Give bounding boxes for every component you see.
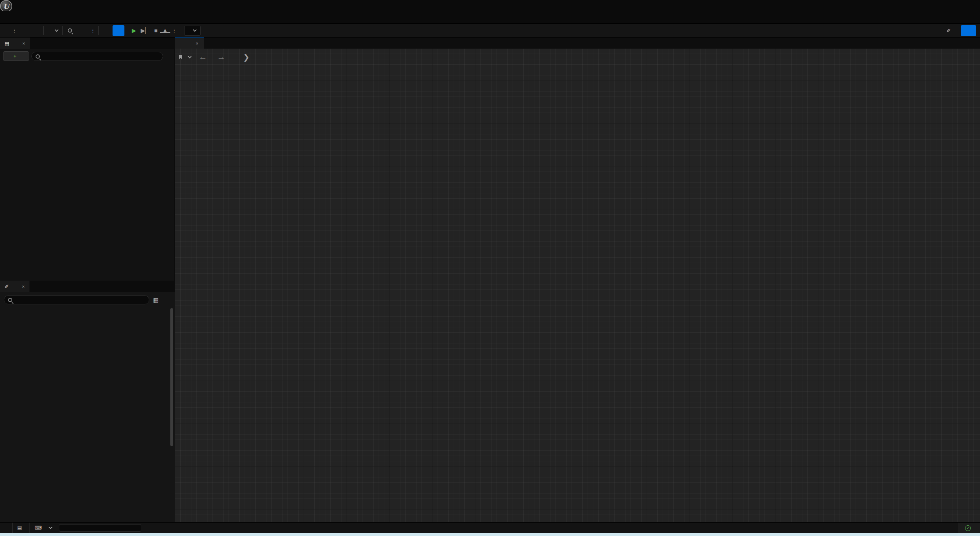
search-input[interactable] — [43, 54, 159, 59]
hide-unrelated-button[interactable] — [78, 24, 89, 38]
save-button[interactable] — [21, 24, 32, 38]
designer-mode-button[interactable]: ✐ — [943, 28, 957, 34]
step-button[interactable]: ▶▏ — [139, 27, 152, 34]
menu-bar: U — [0, 0, 980, 11]
taskbar-strip — [0, 533, 980, 536]
toolbar: ⋮ ⋮ — [0, 24, 980, 38]
wire-layer — [175, 38, 980, 522]
play-button[interactable]: ▶ — [129, 27, 139, 34]
status-bar: ▤ ⌨ ✓ — [0, 522, 980, 533]
source-control-button[interactable]: ✓ — [959, 523, 980, 533]
cmd-button[interactable]: ⌨ — [30, 523, 56, 533]
details-search-input[interactable] — [15, 297, 145, 303]
plus-icon: + — [13, 53, 16, 59]
find-button[interactable] — [64, 24, 78, 38]
my-blueprint-tabstrip: ▤ × — [0, 38, 175, 49]
details-search[interactable] — [4, 295, 149, 304]
details-tabstrip: ✐ × — [0, 281, 175, 292]
compile-options-button[interactable]: ⋮ — [10, 28, 19, 33]
parent-class — [972, 13, 975, 19]
asset-tab-bar — [0, 11, 980, 24]
console-icon: ⌨ — [34, 525, 42, 531]
details-tab[interactable]: ✐ × — [0, 281, 29, 292]
debug-object-selector[interactable] — [184, 26, 201, 36]
browse-button[interactable] — [32, 24, 42, 38]
class-defaults-button[interactable] — [113, 25, 124, 36]
add-button[interactable]: + — [3, 51, 29, 61]
pen-icon: ✐ — [5, 284, 9, 289]
content-drawer-button[interactable] — [0, 523, 12, 533]
details-panel: ✐ × ▦ — [0, 281, 175, 522]
close-icon[interactable]: × — [22, 41, 25, 46]
designer-icon: ✐ — [946, 28, 951, 34]
hide-unrelated-options-button[interactable]: ⋮ — [89, 28, 97, 33]
event-graph-canvas[interactable]: × ← → ❯ — [175, 38, 980, 522]
close-icon[interactable]: × — [22, 284, 25, 289]
unreal-editor-window: U ⋮ — [0, 0, 980, 536]
compile-button[interactable] — [0, 24, 10, 38]
display-filter-icon[interactable]: ▦ — [153, 297, 158, 304]
stop-button[interactable]: ■ — [152, 27, 160, 34]
eject-button[interactable]: ▲ — [160, 28, 170, 33]
find-icon — [68, 28, 72, 33]
output-log-button[interactable]: ▤ — [13, 523, 29, 533]
console-input[interactable] — [62, 525, 138, 531]
chevron-down-icon — [49, 525, 52, 529]
graph-mode-button[interactable] — [961, 25, 976, 36]
diff-button[interactable] — [45, 24, 61, 38]
search-icon — [8, 298, 12, 302]
book-icon: ▤ — [5, 41, 9, 46]
blueprint-search[interactable] — [31, 52, 163, 61]
console-input-box[interactable] — [59, 524, 141, 532]
play-options-button[interactable]: ⋮ — [170, 28, 179, 33]
chevron-down-icon — [55, 28, 59, 32]
source-control-check-icon: ✓ — [965, 525, 971, 531]
output-log-icon: ▤ — [17, 525, 22, 531]
chevron-down-icon — [193, 28, 197, 32]
search-icon — [36, 54, 40, 59]
details-scrollbar[interactable] — [170, 308, 173, 446]
class-settings-button[interactable] — [100, 24, 110, 38]
my-blueprint-tab[interactable]: ▤ × — [0, 38, 30, 49]
